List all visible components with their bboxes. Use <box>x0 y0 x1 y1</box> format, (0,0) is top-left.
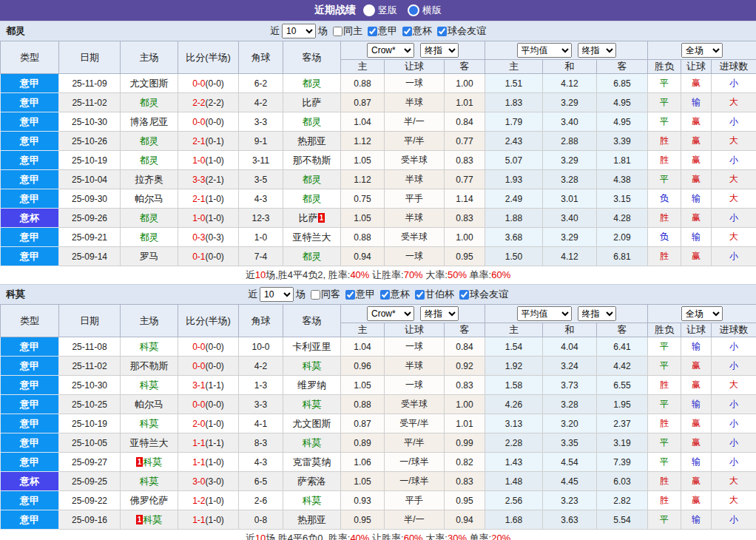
results-table: 类型日期主场比分(半场)角球客场Crow*终指平均值终指全场主让球客主和客胜负让… <box>0 304 756 530</box>
score-ht: (0-0) <box>206 361 224 371</box>
crow-home-odds: 0.95 <box>341 510 385 530</box>
league-checkbox[interactable] <box>368 27 377 36</box>
league-filter[interactable]: 球会友谊 <box>434 24 486 38</box>
league-checkbox[interactable] <box>459 290 469 300</box>
radio-vertical-layout[interactable]: 竖版 <box>363 4 397 17</box>
average-select[interactable]: 平均值 <box>517 306 572 321</box>
avg-draw-odds: 3.28 <box>543 395 597 414</box>
corner-cell: 1-0 <box>239 228 283 247</box>
section-header-bar: 科莫近10场同客意甲意杯甘伯杯球会友谊 <box>0 284 756 304</box>
scope-select[interactable]: 全场 <box>681 43 723 58</box>
score-ft: 0-0 <box>192 78 205 89</box>
average-stage-select[interactable]: 终指 <box>578 306 616 321</box>
score-ht: (1-1) <box>206 438 224 448</box>
average-stage-select[interactable]: 终指 <box>578 43 616 58</box>
league-filter[interactable]: 甘伯杯 <box>412 288 454 301</box>
crow-handicap-header: 让球 <box>385 323 445 337</box>
home-team-cell: 博洛尼亚 <box>121 112 178 132</box>
score-ft: 2-1 <box>192 194 205 204</box>
league-checkbox[interactable] <box>380 290 390 300</box>
match-row: 意甲25-09-21都灵0-3(0-3)1-0亚特兰大0.88受半球1.003.… <box>1 228 756 247</box>
team-name-text: 拉齐奥 <box>135 174 163 185</box>
same-venue-checkbox[interactable] <box>333 27 342 36</box>
league-filter[interactable]: 意杯 <box>399 24 432 38</box>
col-type-header: 类型 <box>1 305 59 337</box>
crow-home-odds: 1.12 <box>341 132 385 151</box>
result-handicap-cell: 赢 <box>681 376 712 395</box>
topbar: 近期战绩 竖版 横版 <box>0 0 756 21</box>
match-row: 意甲25-09-271科莫1-1(1-0)4-3克雷莫纳1.06一/球半0.82… <box>1 453 756 472</box>
avg-draw-odds: 3.24 <box>543 357 597 376</box>
scope-select[interactable]: 全场 <box>681 306 723 321</box>
avg-away-odds: 2.09 <box>597 228 648 247</box>
league-type-cell: 意甲 <box>1 170 59 189</box>
odds-stage-select[interactable]: 终指 <box>420 43 459 58</box>
radio-horizontal-layout[interactable]: 横版 <box>408 4 442 17</box>
crow-home-odds: 0.88 <box>341 228 385 247</box>
league-type-cell: 意甲 <box>1 112 59 132</box>
league-filter-label: 意甲 <box>378 24 397 38</box>
crow-away-odds: 0.83 <box>445 151 485 170</box>
crow-home-odds: 1.06 <box>341 453 385 472</box>
avg-home-odds: 2.28 <box>485 433 543 453</box>
league-type-cell: 意甲 <box>1 357 59 376</box>
team-name: 都灵 <box>6 24 25 38</box>
score-ht: (1-0) <box>206 155 224 166</box>
league-filter[interactable]: 意甲 <box>365 24 397 38</box>
bookmaker-selects: Crow*终指 <box>341 306 485 321</box>
same-venue-filter[interactable]: 同客 <box>308 288 340 301</box>
match-row: 意甲25-10-19科莫2-0(1-0)4-1尤文图斯0.87受平/半1.013… <box>1 414 756 433</box>
result-goals-cell: 小 <box>712 357 756 376</box>
crow-home-odds: 0.88 <box>341 74 385 93</box>
card-badge: 1 <box>136 515 144 524</box>
bookmaker-select[interactable]: Crow* <box>367 306 414 321</box>
filters: 近10场同客意甲意杯甘伯杯球会友谊 <box>248 287 508 302</box>
crow-home-odds: 1.04 <box>341 337 385 357</box>
result-handicap-cell: 赢 <box>681 74 712 93</box>
match-row: 意甲25-11-09尤文图斯0-0(0-0)6-2都灵0.88一球1.001.5… <box>1 74 756 93</box>
away-team-cell: 尤文图斯 <box>283 414 341 433</box>
bookmaker-select[interactable]: Crow* <box>367 43 414 58</box>
team-name-text: 帕尔马 <box>135 193 163 204</box>
avg-draw-odds: 3.40 <box>543 112 597 132</box>
score-ht: (0-0) <box>206 252 224 262</box>
avg-away-odds: 3.19 <box>597 433 648 453</box>
team-name-text: 比萨 <box>303 97 322 108</box>
date-cell: 25-10-19 <box>59 151 121 170</box>
same-venue-checkbox[interactable] <box>311 290 320 300</box>
crow-away-odds: 0.84 <box>445 112 485 132</box>
record-summary: 近10场,胜4平4负2, 胜率:40% 让胜率:70% 大率:50% 单率:60… <box>0 266 756 284</box>
col-away-header: 客场 <box>283 305 341 337</box>
avg-away-odds: 2.82 <box>597 491 648 510</box>
result-handicap-cell: 输 <box>681 395 712 414</box>
home-team-cell: 科莫 <box>121 414 178 433</box>
recent-count-select[interactable]: 10 <box>282 24 316 38</box>
summary-highlight: 60% <box>491 269 510 280</box>
same-venue-filter[interactable]: 同主 <box>330 24 362 38</box>
team-name-text: 科莫 <box>303 360 322 371</box>
recent-count-select[interactable]: 10 <box>260 287 294 302</box>
odds-stage-select[interactable]: 终指 <box>420 306 459 321</box>
date-cell: 25-09-30 <box>59 189 121 209</box>
result-wdl-cell: 胜 <box>648 132 681 151</box>
match-row: 意甲25-09-161科莫1-1(1-0)0-8热那亚0.95半/一0.941.… <box>1 510 756 530</box>
date-cell: 25-11-08 <box>59 337 121 357</box>
league-checkbox[interactable] <box>415 290 425 300</box>
home-team-cell: 科莫 <box>121 472 178 491</box>
average-select[interactable]: 平均值 <box>517 43 572 58</box>
record-summary: 近10场,胜4平6负0, 胜率:40% 让胜率:60% 大率:30% 单率:20… <box>0 530 756 540</box>
league-checkbox[interactable] <box>437 27 447 36</box>
league-checkbox[interactable] <box>402 27 412 36</box>
crow-away-odds: 0.84 <box>445 337 485 357</box>
result-wdl-cell: 胜 <box>648 209 681 228</box>
league-type-cell: 意甲 <box>1 189 59 209</box>
scope-selects: 全场 <box>648 306 756 321</box>
league-filter[interactable]: 意甲 <box>342 288 375 301</box>
date-cell: 25-10-30 <box>59 376 121 395</box>
league-checkbox[interactable] <box>345 290 355 300</box>
team-name-text: 罗马 <box>140 251 159 262</box>
league-filter[interactable]: 意杯 <box>377 288 410 301</box>
corner-cell: 8-3 <box>239 433 283 453</box>
team-name-text: 尤文图斯 <box>130 78 169 89</box>
league-filter[interactable]: 球会友谊 <box>456 288 508 301</box>
